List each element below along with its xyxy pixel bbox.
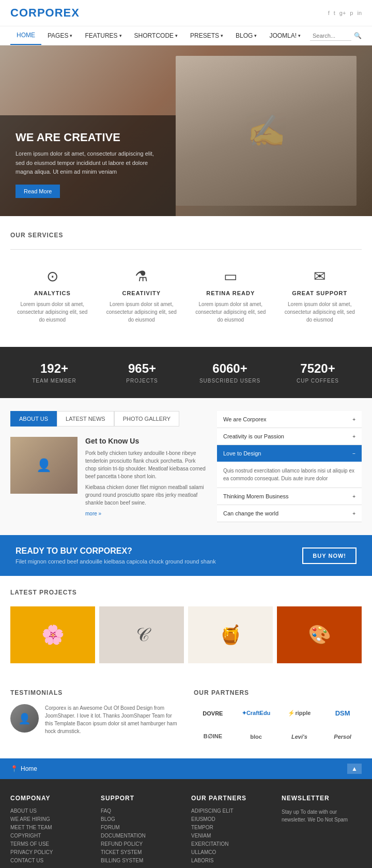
nav-search: 🔍 [310,31,362,41]
footer-link-laboris[interactable]: LABORIS [191,858,271,863]
service-analytics: ⊙ ANALYTICS Lorem ipsum dolor sit amet, … [10,260,95,331]
social-pinterest[interactable]: p [350,10,353,16]
retina-icon: ▭ [194,268,268,285]
footer-link-veniam[interactable]: VENIAM [191,833,271,839]
tab-more-link[interactable]: more » [85,511,101,516]
hero-section: ✍ WE ARE CREATIVE Lorem ipsum dolor sit … [0,45,372,216]
stat-users: 6060+ SUBSCRIBED USERS [186,361,274,384]
stat-team-number: 192+ [10,361,98,376]
accordion-label-2: Creativity is our Passion [223,433,284,439]
accordion-header-4[interactable]: Thinking Morem Business + [217,488,362,505]
breadcrumb-label: Home [21,765,37,772]
footer-link-copyright[interactable]: COPYRIGHT [10,833,90,839]
cta-buy-button[interactable]: BUY NOW! [302,547,357,564]
service-analytics-title: ANALYTICS [16,290,89,296]
footer-link-privacy[interactable]: PRIVACY POLICY [10,849,90,855]
footer-link-hiring[interactable]: WE ARE HIRING [10,816,90,822]
project-icon-1: 🌸 [41,624,65,646]
accordion-expand-icon-5: + [352,511,355,516]
footer-link-billing[interactable]: BILLING SYSTEM [101,858,181,863]
partners-title: OUR PARTNERS [194,689,362,696]
project-item-1[interactable]: 🌸 [10,606,95,663]
accordion-label-4: Thinking Morem Business [223,493,289,499]
footer-link-documentation[interactable]: DOCUMENTATION [101,833,181,839]
accordion-label-3: Love to Design [223,450,261,456]
footer-col-company: COMPONAY ABOUT US WE ARE HIRING MEET THE… [10,795,90,866]
testimonials: TESTIMONIALS 👤 Corporex is an Awesome Ou… [10,689,178,745]
service-retina-title: RETINA READY [194,290,268,296]
footer-link-refund[interactable]: REFUND POLICY [101,841,181,847]
tab-image: 👤 [10,437,78,494]
footer-link-exercitation[interactable]: EXERCITATION [191,841,271,847]
hero-read-more-button[interactable]: Read More [16,185,60,198]
project-item-4[interactable]: 🎨 [277,606,362,663]
footer-link-ullamco[interactable]: ULLAMCO [191,849,271,855]
footer-partners-title: OUR PARTNERS [191,795,271,802]
testimonial-content: 👤 Corporex is an Awesome Out Of Boxed De… [10,704,178,735]
nav-presets[interactable]: PRESETS ▾ [184,26,229,45]
nav-features[interactable]: FEATURES ▾ [79,26,128,45]
footer-link-terms[interactable]: TERMS OF USE [10,841,90,847]
service-retina: ▭ RETINA READY Lorem ipsum dolor sit ame… [189,260,273,331]
footer-link-contact[interactable]: CONTACT US [10,858,90,863]
tab-content: 👤 Get to Know Us Pork belly chicken turk… [10,437,207,517]
hero-text: Lorem ipsum dolor sit amet, consectetur … [16,149,160,177]
project-item-3[interactable]: 🍯 [188,606,273,663]
stat-team: 192+ TEAM MEMBER [10,361,98,384]
footer-link-tempor[interactable]: TEMPOR [191,825,271,830]
partner-dovre: DOVRE [194,704,232,722]
partner-craftedu: ✦CraftEdu [237,704,275,722]
accordion-header-3[interactable]: Love to Design − [217,445,362,462]
footer-link-adipiscing[interactable]: ADIPISCING ELIT [191,808,271,814]
footer-link-eiusmod[interactable]: EIUSMOD [191,816,271,822]
footer-link-team[interactable]: MEET THE TEAM [10,825,90,830]
breadcrumb: 📍 Home [10,765,37,772]
accordion-header-1[interactable]: We are Corporex + [217,411,362,428]
partner-persol: Persol [323,727,362,745]
social-facebook[interactable]: f [328,10,330,16]
social-twitter[interactable]: t [334,10,335,16]
partners: OUR PARTNERS DOVRE ✦CraftEdu ⚡ripple DSM… [194,689,362,745]
stat-projects-label: PROJECTS [98,378,186,384]
footer-link-about[interactable]: ABOUT US [10,808,90,814]
footer-col-support: SUPPORT FAQ BLOG FORUM DOCUMENTATION REF… [101,795,181,866]
search-input[interactable] [310,31,351,41]
cta-title: READY TO BUY CORPOREX? [16,546,216,556]
footer-link-ticket[interactable]: TICKET SYSTEM [101,849,181,855]
social-linkedin[interactable]: in [357,10,362,16]
accordion-header-2[interactable]: Creativity is our Passion + [217,428,362,445]
accordion-item-2: Creativity is our Passion + [217,428,362,445]
partner-levis: Levi's [281,727,319,745]
footer-link-forum[interactable]: FORUM [101,825,181,830]
nav-pages[interactable]: PAGES ▾ [41,26,79,45]
services-grid: ⊙ ANALYTICS Lorem ipsum dolor sit amet, … [10,260,362,331]
breadcrumb-up-arrow[interactable]: ▲ [347,764,362,774]
accordion: We are Corporex + Creativity is our Pass… [217,411,362,522]
tab-about-us[interactable]: ABOUT US [10,411,57,427]
service-creativity: ⚗ CREATIVITY Lorem ipsum dolor sit amet,… [100,260,184,331]
accordion-body-3: Quis nostrud exercitation ullamco labori… [217,462,362,488]
nav-joomla[interactable]: JOOMLA! ▾ [263,26,307,45]
cta-text: READY TO BUY CORPOREX? Filet mignon corn… [16,546,216,565]
search-icon[interactable]: 🔍 [354,32,362,39]
stat-users-number: 6060+ [186,361,274,376]
home-icon: 📍 [10,765,18,772]
nav-blog[interactable]: BLOG ▾ [229,26,263,45]
service-support: ✉ GREAT SUPPORT Lorem ipsum dolor sit am… [278,260,362,331]
accordion-label-5: Can change the world [223,510,278,516]
accordion-header-5[interactable]: Can change the world + [217,505,362,522]
project-icon-2: 𝒞 [135,624,149,646]
social-google[interactable]: g+ [339,10,346,16]
tab-latest-news[interactable]: LATEST NEWS [57,411,114,427]
footer-newsletter-text: Stay up To date with our newsletter. We … [282,808,362,824]
stats-bar: 192+ TEAM MEMBER 965+ PROJECTS 6060+ SUB… [0,347,372,398]
tab-photo-gallery[interactable]: PHOTO GALLERY [114,411,180,427]
nav-home[interactable]: HOME [10,26,41,45]
analytics-icon: ⊙ [16,268,89,285]
nav-shortcode[interactable]: SHORTCODE ▾ [128,26,184,45]
project-item-2[interactable]: 𝒞 [99,606,184,663]
stat-users-label: SUBSCRIBED USERS [186,378,274,384]
footer-link-blog[interactable]: BLOG [101,816,181,822]
partner-bloc: bloc [237,727,275,745]
footer-link-faq[interactable]: FAQ [101,808,181,814]
